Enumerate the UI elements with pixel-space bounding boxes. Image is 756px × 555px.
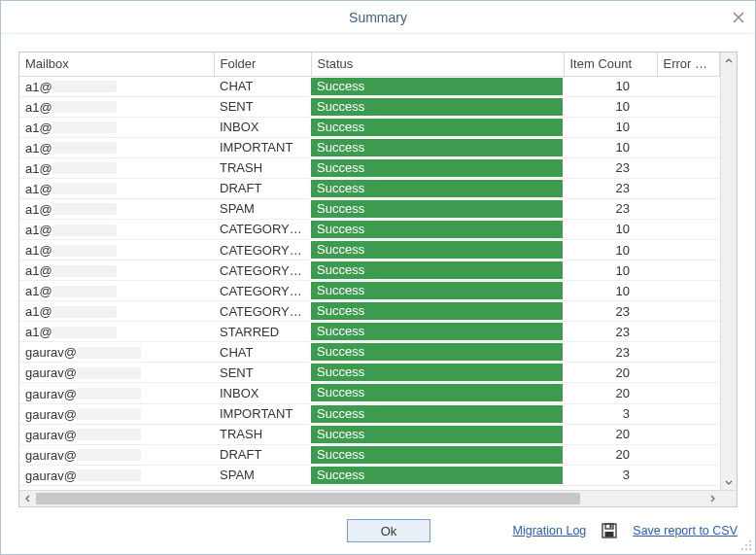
status-badge: Success (311, 221, 563, 238)
cell-folder: INBOX (214, 117, 311, 137)
cell-error-details (657, 301, 720, 322)
mailbox-text: gaurav@ (25, 407, 77, 422)
cell-item-count: 10 (564, 260, 657, 281)
col-header-error-details[interactable]: Error Details (657, 52, 720, 76)
hscroll-track[interactable] (36, 491, 704, 506)
vertical-scrollbar[interactable] (720, 52, 737, 490)
scroll-up-arrow[interactable] (721, 52, 737, 69)
mailbox-text: a1@ (25, 80, 52, 94)
hscroll-thumb[interactable] (36, 493, 580, 504)
mailbox-redacted (52, 142, 117, 154)
save-report-link[interactable]: Save report to CSV (633, 524, 738, 538)
cell-error-details (657, 342, 720, 363)
table-row[interactable]: gaurav@SENTSuccess20 (19, 363, 720, 383)
cell-mailbox: a1@ (19, 322, 214, 342)
scroll-down-arrow[interactable] (721, 473, 737, 490)
mailbox-text: a1@ (25, 141, 52, 156)
cell-status: Success (311, 198, 564, 219)
cell-mailbox: gaurav@ (19, 383, 214, 403)
cell-item-count: 10 (564, 240, 657, 260)
table-row[interactable]: gaurav@DRAFTSuccess20 (19, 444, 720, 465)
cell-mailbox: a1@ (19, 96, 214, 117)
table-row[interactable]: gaurav@SPAMSuccess3 (19, 465, 720, 485)
col-header-status[interactable]: Status (311, 52, 564, 76)
cell-error-details (657, 76, 720, 96)
table-row[interactable]: a1@IMPORTANTSuccess10 (19, 137, 720, 157)
table-row[interactable]: a1@SENTSuccess10 (19, 96, 720, 117)
mailbox-redacted (52, 286, 117, 297)
table-row[interactable]: a1@CATEGORY_...Success10 (19, 260, 720, 281)
table-row[interactable]: gaurav@IMPORTANTSuccess3 (19, 403, 720, 424)
cell-item-count: 3 (564, 465, 657, 485)
mailbox-text: gaurav@ (25, 387, 77, 401)
cell-folder: CHAT (214, 76, 311, 96)
chevron-down-icon (725, 478, 733, 486)
mailbox-redacted (77, 429, 141, 440)
horizontal-scrollbar[interactable] (19, 490, 737, 506)
svg-point-8 (745, 544, 747, 546)
mailbox-redacted (52, 327, 117, 338)
cell-error-details (657, 322, 720, 342)
svg-point-11 (741, 548, 743, 550)
cell-mailbox: a1@ (19, 178, 214, 198)
cell-item-count: 23 (564, 198, 657, 219)
mailbox-text: a1@ (25, 325, 52, 339)
mailbox-redacted (52, 265, 117, 277)
summary-table: Mailbox Folder Status Item Count Error D… (19, 52, 720, 486)
cell-status: Success (311, 240, 564, 260)
mailbox-text: a1@ (25, 263, 52, 278)
titlebar: Summary (1, 1, 755, 34)
table-row[interactable]: gaurav@CHATSuccess23 (19, 342, 720, 363)
mailbox-text: a1@ (25, 161, 52, 176)
table-row[interactable]: gaurav@INBOXSuccess20 (19, 383, 720, 403)
mailbox-redacted (52, 203, 117, 215)
svg-point-7 (749, 544, 751, 546)
status-badge: Success (311, 405, 563, 423)
table-row[interactable]: a1@CHATSuccess10 (19, 76, 720, 96)
mailbox-text: a1@ (25, 182, 52, 196)
status-badge: Success (311, 343, 563, 361)
table-row[interactable]: a1@CATEGORY_...Success23 (19, 301, 720, 322)
status-badge: Success (311, 323, 563, 340)
cell-item-count: 10 (564, 96, 657, 117)
scroll-left-arrow[interactable] (19, 491, 36, 506)
mailbox-text: a1@ (25, 304, 52, 319)
col-header-mailbox[interactable]: Mailbox (19, 52, 214, 76)
mailbox-text: gaurav@ (25, 448, 77, 463)
cell-folder: DRAFT (214, 444, 311, 465)
mailbox-redacted (77, 367, 141, 379)
col-header-item-count[interactable]: Item Count (564, 52, 657, 76)
migration-log-link[interactable]: Migration Log (513, 524, 587, 538)
cell-item-count: 23 (564, 342, 657, 363)
mailbox-redacted (52, 121, 117, 133)
col-header-folder[interactable]: Folder (214, 52, 311, 76)
table-row[interactable]: a1@CATEGORY_...Success10 (19, 219, 720, 239)
table-row[interactable]: a1@STARREDSuccess23 (19, 322, 720, 342)
table-row[interactable]: a1@TRASHSuccess23 (19, 157, 720, 178)
status-badge: Success (311, 426, 563, 443)
status-badge: Success (311, 364, 563, 381)
cell-item-count: 23 (564, 301, 657, 322)
mailbox-text: a1@ (25, 202, 52, 217)
table-row[interactable]: a1@INBOXSuccess10 (19, 117, 720, 137)
table-row[interactable]: a1@CATEGORY_...Success10 (19, 281, 720, 301)
cell-error-details (657, 157, 720, 178)
table-row[interactable]: a1@DRAFTSuccess23 (19, 178, 720, 198)
close-button[interactable] (728, 7, 749, 28)
ok-button[interactable]: Ok (347, 519, 430, 542)
cell-item-count: 10 (564, 76, 657, 96)
cell-status: Success (311, 322, 564, 342)
cell-mailbox: gaurav@ (19, 444, 214, 465)
mailbox-text: gaurav@ (25, 428, 77, 442)
resize-grip-icon[interactable] (740, 539, 752, 551)
scroll-right-arrow[interactable] (704, 491, 720, 506)
table-row[interactable]: a1@SPAMSuccess23 (19, 198, 720, 219)
cell-status: Success (311, 117, 564, 137)
cell-item-count: 20 (564, 383, 657, 403)
status-badge: Success (311, 261, 563, 279)
mailbox-text: a1@ (25, 121, 52, 135)
cell-folder: IMPORTANT (214, 137, 311, 157)
cell-folder: CATEGORY_... (214, 260, 311, 281)
table-row[interactable]: a1@CATEGORY_...Success10 (19, 240, 720, 260)
table-row[interactable]: gaurav@TRASHSuccess20 (19, 424, 720, 444)
